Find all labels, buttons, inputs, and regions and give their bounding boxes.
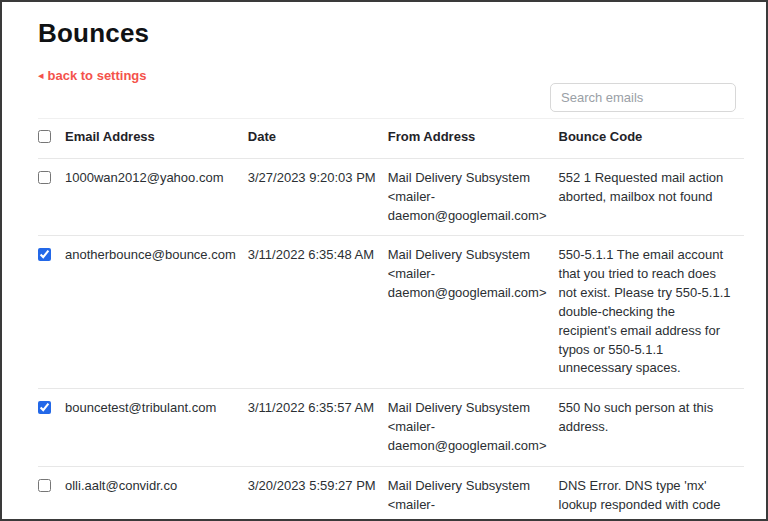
header-from: From Address: [388, 119, 559, 159]
table-body: 1000wan2012@yahoo.com 3/27/2023 9:20:03 …: [38, 158, 744, 521]
table-header: Email Address Date From Address Bounce C…: [38, 119, 744, 159]
page-title: Bounces: [38, 18, 744, 49]
bounce-code-cell: DNS Error. DNS type 'mx' lookup responde…: [559, 466, 744, 521]
search-row: [38, 83, 744, 112]
back-arrow-icon: ◂: [38, 70, 44, 81]
row-checkbox[interactable]: [38, 479, 51, 492]
header-checkbox-cell: [38, 119, 65, 159]
date-cell: 3/11/2022 6:35:57 AM: [248, 389, 388, 467]
table-row: olli.aalt@convidr.co 3/20/2023 5:59:27 P…: [38, 466, 744, 521]
back-link-label: back to settings: [48, 68, 147, 83]
table-row: anotherbounce@bounce.com 3/11/2022 6:35:…: [38, 236, 744, 389]
email-cell: bouncetest@tribulant.com: [65, 389, 248, 467]
row-checkbox[interactable]: [38, 248, 51, 261]
table-row: 1000wan2012@yahoo.com 3/27/2023 9:20:03 …: [38, 158, 744, 236]
bounces-page: Bounces ◂ back to settings Email Address…: [2, 2, 766, 521]
date-cell: 3/20/2023 5:59:27 PM: [248, 466, 388, 521]
date-cell: 3/11/2022 6:35:48 AM: [248, 236, 388, 389]
email-cell: olli.aalt@convidr.co: [65, 466, 248, 521]
header-email: Email Address: [65, 119, 248, 159]
bounce-code-cell: 550-5.1.1 The email account that you tri…: [559, 236, 744, 389]
search-input[interactable]: [550, 83, 736, 112]
email-cell: anotherbounce@bounce.com: [65, 236, 248, 389]
select-all-checkbox[interactable]: [38, 130, 51, 143]
back-to-settings-link[interactable]: ◂ back to settings: [38, 68, 147, 83]
row-checkbox[interactable]: [38, 171, 51, 184]
row-checkbox-cell: [38, 389, 65, 467]
from-cell: Mail Delivery Subsystem <mailer-daemon@g…: [388, 236, 559, 389]
bounces-table: Email Address Date From Address Bounce C…: [38, 118, 744, 521]
header-bounce-code: Bounce Code: [559, 119, 744, 159]
bounce-code-cell: 550 No such person at this address.: [559, 389, 744, 467]
row-checkbox-cell: [38, 236, 65, 389]
row-checkbox-cell: [38, 466, 65, 521]
from-cell: Mail Delivery Subsystem <mailer-daemon@g…: [388, 158, 559, 236]
bounce-code-cell: 552 1 Requested mail action aborted, mai…: [559, 158, 744, 236]
table-row: bouncetest@tribulant.com 3/11/2022 6:35:…: [38, 389, 744, 467]
row-checkbox-cell: [38, 158, 65, 236]
date-cell: 3/27/2023 9:20:03 PM: [248, 158, 388, 236]
email-cell: 1000wan2012@yahoo.com: [65, 158, 248, 236]
row-checkbox[interactable]: [38, 401, 51, 414]
table-header-row: Email Address Date From Address Bounce C…: [38, 119, 744, 159]
header-date: Date: [248, 119, 388, 159]
from-cell: Mail Delivery Subsystem <mailer-daemon@g…: [388, 466, 559, 521]
from-cell: Mail Delivery Subsystem <mailer-daemon@g…: [388, 389, 559, 467]
